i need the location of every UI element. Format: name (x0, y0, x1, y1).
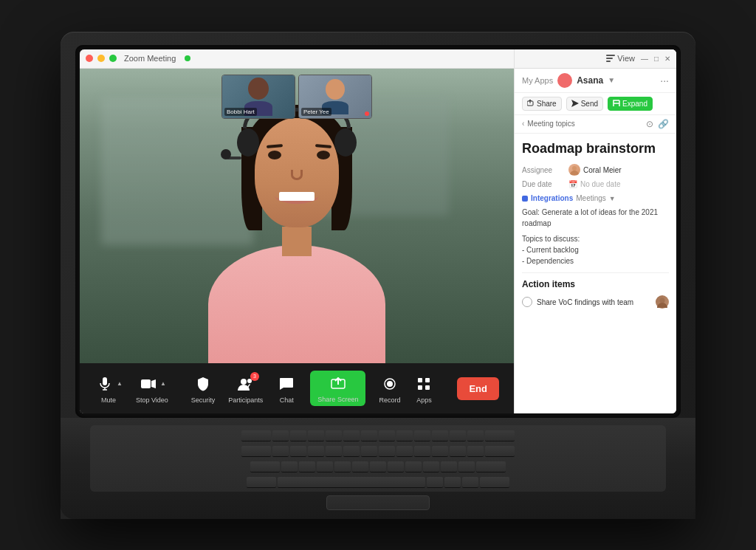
trackpad[interactable] (326, 495, 430, 510)
record-icon (379, 374, 400, 394)
panel-dots-menu[interactable]: ··· (660, 75, 669, 86)
mute-chevron: ▲ (117, 380, 123, 387)
thumb-label-bobbi: Bobbi Hart (224, 108, 257, 116)
check-circle[interactable] (522, 297, 532, 307)
title-bar: Zoom Meeting (80, 49, 514, 69)
expand-button[interactable]: Expand (608, 97, 653, 111)
chat-icon (276, 374, 297, 394)
svg-rect-11 (418, 378, 422, 382)
integration-topics: Topics to discuss: - Current backlog - D… (522, 233, 669, 267)
title-text: Zoom Meeting (124, 54, 176, 63)
svg-marker-4 (151, 379, 156, 388)
thumbnail-bobbi[interactable]: Bobbi Hart (221, 75, 295, 119)
participants-button[interactable]: 3 Participants (228, 374, 263, 404)
integration-goal: Goal: Generate a lot of ideas for the 20… (522, 207, 669, 229)
svg-rect-16 (606, 58, 613, 59)
record-button[interactable]: Record (379, 374, 400, 404)
video-label: Stop Video (136, 396, 168, 404)
breadcrumb-link-icon[interactable]: ⊙ (646, 119, 653, 129)
apps-label: Apps (416, 396, 432, 404)
restore-btn[interactable]: □ (654, 55, 659, 63)
action-items-section: Action items Share VoC findings with tea… (522, 279, 669, 309)
screen-inner: Zoom Meeting (80, 49, 676, 414)
action-items-title: Action items (522, 279, 669, 289)
panel-title-bar: View — □ ✕ (515, 49, 676, 69)
thumbnail-peter[interactable]: Peter Yee (298, 75, 372, 119)
maximize-dot[interactable] (109, 55, 117, 62)
end-button[interactable]: End (457, 377, 499, 400)
integrations-label: Integrations (531, 194, 573, 202)
svg-rect-3 (141, 379, 151, 388)
action-item-avatar (656, 295, 669, 309)
svg-point-5 (241, 379, 247, 385)
close-btn[interactable]: ✕ (664, 55, 670, 63)
mute-icon (94, 374, 115, 394)
svg-point-10 (387, 381, 393, 387)
laptop-shell: Zoom Meeting (61, 32, 695, 519)
stop-video-button[interactable]: ▲ Stop Video (136, 374, 168, 404)
record-label: Record (379, 396, 400, 404)
assignee-label: Assignee (522, 166, 563, 174)
thumbnails-container: Bobbi Hart Peter Yee (221, 75, 372, 119)
mute-label: Mute (101, 396, 116, 404)
close-dot[interactable] (86, 55, 93, 62)
divider (522, 272, 669, 273)
main-video-area: Bobbi Hart Peter Yee (80, 69, 514, 364)
action-item-text: Share VoC findings with team (537, 298, 651, 306)
breadcrumb-share-icon[interactable]: 🔗 (658, 119, 669, 129)
assignee-avatar (568, 164, 580, 176)
mute-button[interactable]: ▲ Mute (94, 374, 123, 404)
panel-breadcrumb: ‹ Meeting topics ⊙ 🔗 (515, 115, 676, 134)
due-date-value: No due date (580, 180, 621, 188)
asana-panel: View — □ ✕ My Apps (514, 49, 676, 414)
keyboard-area (90, 425, 666, 492)
recording-indicator (365, 111, 369, 116)
chat-button[interactable]: Chat (276, 374, 297, 404)
active-indicator (185, 55, 190, 61)
asana-logo (557, 73, 572, 88)
breadcrumb-text[interactable]: Meeting topics (527, 120, 574, 128)
svg-point-26 (660, 298, 665, 303)
svg-rect-0 (103, 377, 107, 385)
panel-header: My Apps Asana ▼ ··· (515, 69, 676, 93)
calendar-icon: 📅 (568, 180, 577, 188)
send-button[interactable]: Send (566, 97, 603, 111)
participants-label: Participants (228, 396, 263, 404)
svg-rect-12 (425, 378, 430, 382)
due-date-field: Due date 📅 No due date (522, 180, 669, 188)
minimize-dot[interactable] (97, 55, 105, 62)
zoom-area: Zoom Meeting (80, 49, 514, 414)
apps-button[interactable]: Apps (413, 374, 434, 404)
due-date-label: Due date (522, 180, 563, 188)
keyboard-base (61, 418, 695, 518)
svg-point-18 (563, 75, 567, 79)
panel-content: Roadmap brainstorm Assignee Coral Me (515, 134, 676, 414)
share-button[interactable]: Share (522, 97, 562, 111)
share-screen-button[interactable]: Share Screen (310, 371, 365, 406)
security-label: Security (191, 396, 216, 404)
thumb-label-peter: Peter Yee (301, 108, 331, 116)
svg-point-25 (572, 166, 577, 171)
svg-marker-23 (571, 100, 579, 107)
zoom-toolbar: ▲ Mute (80, 363, 514, 413)
participants-badge: 3 (250, 372, 259, 381)
asana-dropdown-icon[interactable]: ▼ (608, 76, 615, 84)
action-item-row: Share VoC findings with team (522, 295, 669, 309)
chat-label: Chat (280, 396, 294, 404)
svg-rect-14 (425, 385, 430, 390)
security-icon (193, 374, 213, 394)
task-title: Roadmap brainstorm (522, 141, 669, 157)
integrations-sub: Meetings (576, 194, 606, 202)
share-label: Share Screen (317, 396, 358, 403)
share-icon (328, 374, 348, 394)
svg-rect-13 (418, 385, 422, 390)
video-icon (138, 374, 159, 394)
security-button[interactable]: Security (191, 374, 216, 404)
panel-actions: Share Send Expand (515, 93, 676, 115)
svg-rect-15 (606, 55, 615, 56)
minimize-btn[interactable]: — (641, 55, 648, 63)
video-chevron: ▲ (160, 380, 166, 387)
assignee-name: Coral Meier (583, 166, 622, 174)
asana-label: Asana (577, 75, 603, 86)
integrations-chevron[interactable]: ▼ (609, 195, 616, 202)
